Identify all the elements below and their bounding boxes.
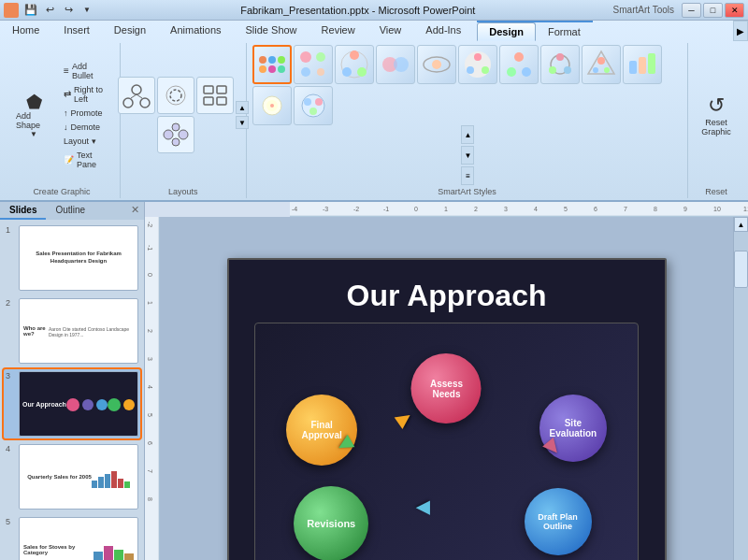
slide-num-4: 4: [6, 444, 15, 453]
svg-point-28: [474, 53, 482, 61]
styles-scroll-down[interactable]: ▼: [461, 146, 474, 165]
qat-redo[interactable]: ↪: [60, 3, 77, 18]
add-bullet-button[interactable]: ≡ Add Bullet: [60, 60, 114, 82]
tab-insert[interactable]: Insert: [51, 21, 102, 41]
maximize-button[interactable]: □: [703, 3, 723, 18]
layout-item-1[interactable]: [118, 77, 155, 114]
tab-slides[interactable]: Slides: [0, 202, 46, 220]
style-item-12[interactable]: [294, 86, 333, 125]
title-bar-text: Fabrikam_Presentation.pptx - Microsoft P…: [103, 5, 613, 16]
style-item-7[interactable]: [499, 45, 539, 84]
style-item-5[interactable]: [417, 45, 456, 84]
demote-button[interactable]: ↓ Demote: [60, 121, 114, 134]
tab-design[interactable]: Design: [102, 21, 158, 41]
style-item-9[interactable]: [582, 45, 621, 84]
layout-item-3[interactable]: [196, 77, 234, 114]
tab-animations[interactable]: Animations: [158, 21, 233, 41]
style-item-11[interactable]: [252, 86, 292, 125]
scroll-track[interactable]: [734, 232, 748, 560]
reset-graphic-label: ResetGraphic: [701, 118, 731, 136]
svg-text:4: 4: [534, 206, 538, 212]
scroll-thumb[interactable]: [734, 251, 748, 288]
svg-point-38: [597, 57, 605, 65]
circle-draft[interactable]: Draft PlanOutline: [525, 488, 592, 555]
svg-text:5: 5: [147, 413, 153, 417]
right-to-left-button[interactable]: ⇄ Right to Left: [60, 83, 114, 106]
svg-point-35: [556, 53, 564, 61]
svg-point-31: [514, 52, 524, 62]
svg-point-50: [309, 108, 317, 115]
svg-point-20: [350, 50, 359, 60]
create-graphic-label: Create Graphic: [33, 185, 90, 196]
tab-smartart-format[interactable]: Format: [536, 22, 593, 41]
qat-save[interactable]: 💾: [22, 3, 39, 18]
ribbon-content: ⬟ Add Shape ▼ ≡ Add Bullet ⇄ Right to Le…: [0, 41, 748, 200]
style-item-10[interactable]: [623, 45, 662, 84]
svg-point-6: [166, 86, 185, 105]
tab-smartart-design[interactable]: Design: [477, 22, 536, 41]
slide-canvas-area[interactable]: Our Approach AssessNeeds SiteEvaluation: [160, 217, 733, 560]
minimize-button[interactable]: ─: [682, 3, 701, 18]
circle-assess-label: AssessNeeds: [430, 379, 463, 399]
svg-point-14: [172, 138, 180, 146]
svg-text:11: 11: [743, 206, 748, 212]
scroll-up-button[interactable]: ▲: [734, 217, 748, 232]
svg-text:-3: -3: [323, 206, 328, 212]
slide-num-5: 5: [6, 517, 15, 526]
ribbon-tabs: Home Insert Design Animations Slide Show…: [0, 21, 748, 41]
style-item-8[interactable]: [540, 45, 580, 84]
qat-undo[interactable]: ↩: [41, 3, 58, 18]
style-item-6[interactable]: [458, 45, 497, 84]
circle-assess[interactable]: AssessNeeds: [411, 353, 482, 424]
tab-view[interactable]: View: [367, 21, 414, 41]
reset-graphic-button[interactable]: ↺ ResetGraphic: [695, 89, 738, 141]
svg-point-24: [394, 57, 409, 72]
slide-num-2: 2: [6, 298, 15, 308]
reset-group: ↺ ResetGraphic Reset: [688, 43, 744, 198]
add-shape-button[interactable]: ⬟ Add Shape ▼: [9, 88, 58, 143]
slide-thumb-1[interactable]: 1 Sales Presentation for Fabrikam Headqu…: [4, 223, 140, 293]
style-item-2[interactable]: [294, 45, 333, 84]
scrollbar-vertical[interactable]: ▲ ▼: [733, 217, 748, 560]
style-item-3[interactable]: [335, 45, 374, 84]
style-item-4[interactable]: [376, 45, 415, 84]
qat-dropdown[interactable]: ▼: [79, 3, 95, 18]
text-pane-button[interactable]: 📝 Text Pane: [60, 149, 114, 171]
close-button[interactable]: ✕: [725, 3, 744, 18]
slide-preview-1: Sales Presentation for Fabrikam Headquar…: [19, 225, 138, 291]
svg-point-13: [179, 130, 188, 139]
svg-rect-7: [204, 86, 213, 93]
style-item-1[interactable]: [252, 45, 292, 84]
slides-panel: Slides Outline ✕ 1 Sales Presentation fo…: [0, 202, 145, 560]
slide-preview-5: Sales for Stoves by Category: [19, 517, 138, 560]
styles-scroll-up[interactable]: ▲: [461, 125, 474, 144]
tab-slideshow[interactable]: Slide Show: [234, 21, 309, 41]
slide-thumb-5[interactable]: 5 Sales for Stoves by Category: [4, 515, 140, 560]
promote-button[interactable]: ↑ Promote: [60, 107, 114, 120]
tab-home[interactable]: Home: [0, 21, 51, 41]
slide-num-1: 1: [6, 225, 15, 235]
layout-item-2[interactable]: [157, 77, 194, 114]
layout-button[interactable]: Layout ▾: [60, 135, 114, 148]
svg-point-46: [270, 104, 274, 108]
slide-thumb-2[interactable]: 2 Who are we? Aaron Cite started Contoso…: [4, 296, 140, 366]
svg-text:0: 0: [414, 206, 418, 212]
svg-text:4: 4: [147, 385, 153, 389]
svg-point-30: [482, 66, 489, 74]
svg-point-16: [316, 52, 325, 62]
svg-point-12: [172, 123, 180, 131]
slides-panel-close[interactable]: ✕: [126, 202, 144, 220]
svg-rect-42: [639, 57, 646, 74]
circle-revisions[interactable]: Revisions: [294, 486, 368, 560]
svg-text:2: 2: [474, 206, 478, 212]
styles-expand[interactable]: ≡: [461, 166, 474, 185]
tab-addins[interactable]: Add-Ins: [413, 21, 473, 41]
ribbon-scroll-right[interactable]: ▶: [733, 21, 748, 41]
slide-thumb-4[interactable]: 4 Quarterly Sales for 2005: [4, 442, 140, 511]
layout-item-4[interactable]: [157, 116, 194, 153]
smartart-styles-content: [252, 45, 682, 125]
tab-outline[interactable]: Outline: [46, 202, 94, 220]
app-icon: [4, 3, 19, 18]
slide-thumb-3[interactable]: 3 Our Approach: [4, 369, 140, 438]
tab-review[interactable]: Review: [309, 21, 367, 41]
